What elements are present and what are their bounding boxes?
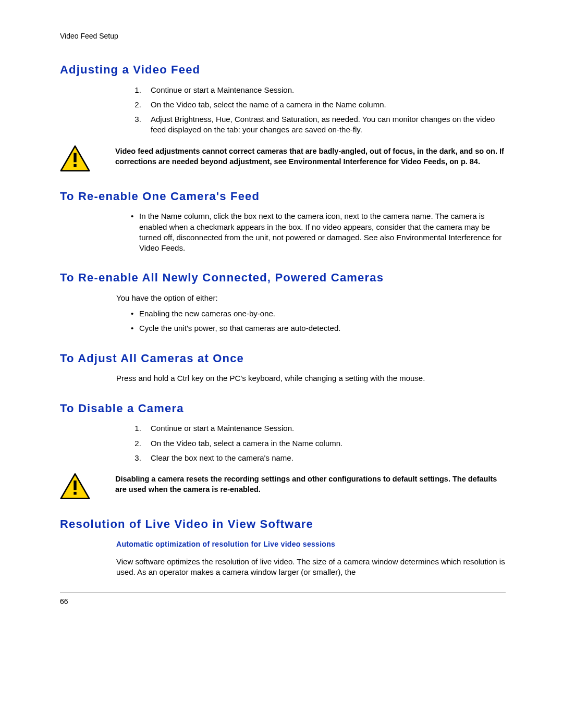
list-item: Continue or start a Maintenance Session. [143,85,506,95]
heading-adjusting-video-feed: Adjusting a Video Feed [60,62,506,78]
paragraph-adjust-all: Press and hold a Ctrl key on the PC's ke… [116,373,506,384]
list-item: Cycle the unit's power, so that cameras … [131,323,506,334]
heading-disable-camera: To Disable a Camera [60,401,506,416]
heading-reenable-one: To Re-enable One Camera's Feed [60,189,506,204]
heading-resolution: Resolution of Live Video in View Softwar… [60,516,506,532]
heading-adjust-all: To Adjust All Cameras at Once [60,351,506,366]
running-header: Video Feed Setup [60,31,506,41]
list-item: Enabling the new cameras one-by-one. [131,309,506,319]
warning-text: Video feed adjustments cannot correct ca… [115,145,506,167]
page-number: 66 [60,597,506,607]
subheading-auto-optimization: Automatic optimization of resolution for… [116,539,506,549]
content-reenable-one: In the Name column, click the box next t… [116,211,506,253]
list-disable-steps: Continue or start a Maintenance Session.… [116,423,506,463]
list-item: On the Video tab, select a camera in the… [143,438,506,449]
document-page: Video Feed Setup Adjusting a Video Feed … [0,0,563,728]
svg-rect-2 [74,164,76,166]
list-reenable-one: In the Name column, click the box next t… [116,211,506,253]
svg-rect-5 [74,492,76,495]
content-resolution: View software optimizes the resolution o… [116,557,506,578]
heading-reenable-all: To Re-enable All Newly Connected, Powere… [60,270,506,286]
paragraph-resolution: View software optimizes the resolution o… [116,557,506,578]
content-adjust-all: Press and hold a Ctrl key on the PC's ke… [116,373,506,384]
footer-divider [60,592,506,593]
warning-text: Disabling a camera resets the recording … [115,473,506,495]
content-disable: Continue or start a Maintenance Session.… [116,423,506,463]
content-reenable-all: You have the option of either: Enabling … [116,293,506,334]
content-adjusting: Continue or start a Maintenance Session.… [116,85,506,135]
list-item: Adjust Brightness, Hue, Contrast and Sat… [143,114,506,135]
list-item: Continue or start a Maintenance Session. [143,423,506,434]
list-item: On the Video tab, select the name of a c… [143,100,506,110]
list-reenable-all: Enabling the new cameras one-by-one. Cyc… [116,309,506,334]
warning-disable: Disabling a camera resets the recording … [60,473,506,500]
warning-adjusting: Video feed adjustments cannot correct ca… [60,145,506,172]
warning-triangle-icon [60,473,90,500]
svg-rect-1 [74,153,76,162]
list-item: In the Name column, click the box next t… [131,211,506,253]
list-item: Clear the box next to the camera's name. [143,453,506,463]
list-adjusting-steps: Continue or start a Maintenance Session.… [116,85,506,135]
svg-rect-4 [74,480,76,490]
warning-triangle-icon [60,145,90,172]
paragraph-reenable-intro: You have the option of either: [116,293,506,303]
